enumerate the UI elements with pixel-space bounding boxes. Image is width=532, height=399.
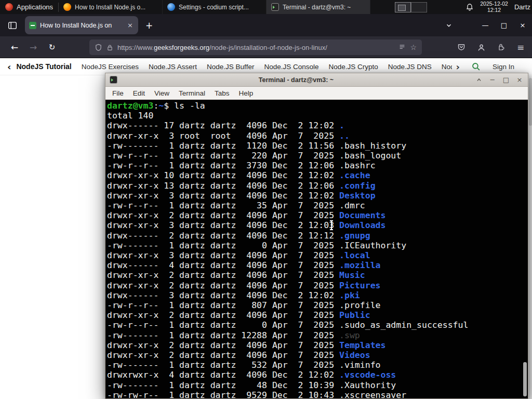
site-nav-item-nodejs-dns[interactable]: Node.JS DNS xyxy=(388,63,432,71)
terminal-icon xyxy=(110,76,117,84)
browser-nav-toolbar: ← → ↻ https://www.geeksforgeeks.org/node… xyxy=(0,36,532,58)
terminal-line: drwxr-xr-x 2 dartz dartz 4096 Apr 7 2025… xyxy=(107,281,528,290)
back-button[interactable]: ← xyxy=(6,39,23,56)
terminal-window-controls: − □ × xyxy=(475,76,524,84)
account-button[interactable] xyxy=(473,39,489,56)
applications-menu-icon xyxy=(5,3,13,11)
tab-title: How to Install Node.js on xyxy=(40,22,123,29)
terminal-line: drwxr-xr-x 13 dartz dartz 4096 Dec 2 12:… xyxy=(107,181,528,191)
taskbar-window-settings[interactable]: Settings - codium script... xyxy=(163,0,267,14)
forward-button[interactable]: → xyxy=(25,39,42,56)
nav-scroll-left-chevron[interactable]: ‹ xyxy=(7,61,11,72)
lock-icon[interactable] xyxy=(107,44,113,51)
site-nav-right: › Sign In xyxy=(456,61,525,72)
sign-in-button[interactable]: Sign In xyxy=(493,63,514,71)
page-scrollbar[interactable] xyxy=(529,76,532,399)
prompt-colon: : xyxy=(153,101,158,111)
site-nav-item-nodejs-assert[interactable]: Node.JS Assert xyxy=(149,63,197,71)
list-all-tabs-button[interactable] xyxy=(443,19,455,32)
reader-mode-icon[interactable] xyxy=(398,44,406,51)
minimize-button[interactable]: − xyxy=(488,76,497,84)
taskbar-window-label: Settings - codium script... xyxy=(179,4,249,11)
mouse-cursor xyxy=(331,221,332,229)
terminal-line: drwx------ 17 dartz dartz 4096 Dec 2 12:… xyxy=(107,121,528,130)
taskbar-window-firefox[interactable]: How to Install Node.js o... xyxy=(59,0,163,14)
menu-terminal[interactable]: Terminal xyxy=(174,89,210,97)
chevron-up-icon xyxy=(476,77,482,83)
account-icon xyxy=(477,43,486,52)
reload-button[interactable]: ↻ xyxy=(44,39,60,56)
terminal-line: drwxr-xr-x 10 dartz dartz 4096 Dec 2 12:… xyxy=(107,170,528,180)
terminal-line: -rw-r--r-- 1 dartz dartz 3730 Dec 2 12:0… xyxy=(107,161,528,170)
terminal-line: drwxr-xr-x 2 dartz dartz 4096 Apr 7 2025… xyxy=(107,270,528,280)
terminal-line: drwxr-xr-x 2 dartz dartz 4096 Apr 7 2025… xyxy=(107,350,528,360)
terminal-output-area[interactable]: dartz@vm3:~$ ls -la total 140 drwx------… xyxy=(105,100,528,398)
tracking-shield-icon[interactable] xyxy=(95,44,102,51)
workspace-1[interactable] xyxy=(395,2,411,12)
terminal-line: -rw-rw-r-- 1 dartz dartz 9529 Dec 2 10:4… xyxy=(107,390,528,398)
terminal-titlebar[interactable]: Terminal - dartz@vm3: ~ − □ × xyxy=(105,73,528,87)
firefox-view-button[interactable] xyxy=(5,18,20,33)
terminal-icon xyxy=(271,3,279,11)
minimize-button[interactable]: — xyxy=(476,21,495,29)
menu-file[interactable]: File xyxy=(108,89,128,97)
bell-icon xyxy=(466,3,474,11)
menu-button[interactable]: ≡ xyxy=(512,39,529,56)
url-prefix: https://www. xyxy=(117,44,154,51)
site-nav-item-truncated[interactable]: Node xyxy=(442,63,452,71)
terminal-line: drwxr-xr-x 2 dartz dartz 4096 Apr 7 2025… xyxy=(107,310,528,320)
terminal-scrollbar[interactable] xyxy=(522,100,527,398)
url-text: https://www.geeksforgeeks.org/node-js/in… xyxy=(117,44,394,51)
search-icon[interactable] xyxy=(471,62,481,72)
maximize-button[interactable]: □ xyxy=(495,21,513,29)
site-nav-item-nodejs-exercises[interactable]: NodeJS Exercises xyxy=(82,63,139,71)
firefox-icon xyxy=(63,3,71,11)
site-nav-item-nodejs-console[interactable]: Node.JS Console xyxy=(264,63,318,71)
pocket-button[interactable] xyxy=(453,39,470,56)
site-nav-item-nodejs-tutorial[interactable]: NodeJS Tutorial xyxy=(16,62,71,71)
notifications-button[interactable] xyxy=(466,3,474,11)
site-nav-item-nodejs-crypto[interactable]: Node.JS Crypto xyxy=(328,63,378,71)
menu-tabs[interactable]: Tabs xyxy=(210,89,234,97)
close-button[interactable]: × xyxy=(513,21,532,29)
terminal-scrollbar-thumb[interactable] xyxy=(523,362,527,396)
workspace-2[interactable] xyxy=(411,2,427,12)
taskbar-window-label: Terminal - dartz@vm3: ~ xyxy=(283,4,351,11)
menu-help[interactable]: Help xyxy=(234,89,258,97)
browser-tab[interactable]: How to Install Node.js on × xyxy=(25,16,138,34)
menu-edit[interactable]: Edit xyxy=(128,89,150,97)
clock-date: 2025-12-02 xyxy=(480,1,508,7)
nav-scroll-right-chevron[interactable]: › xyxy=(456,61,460,72)
panel-clock: 2025-12-02 12:12 xyxy=(480,1,508,13)
terminal-prompt-line: dartz@vm3:~$ ls -la xyxy=(107,101,528,111)
prompt-user-host: dartz@vm3 xyxy=(107,101,153,111)
applications-menu-button[interactable]: Applications xyxy=(0,0,58,14)
url-domain: geeksforgeeks.org xyxy=(154,44,209,51)
close-button[interactable]: × xyxy=(515,76,524,84)
terminal-line: -rw-r--r-- 1 dartz dartz 0 Apr 7 2025 .s… xyxy=(107,320,528,330)
new-tab-button[interactable]: + xyxy=(142,19,156,32)
menu-view[interactable]: View xyxy=(150,89,174,97)
tab-close-button[interactable]: × xyxy=(126,21,134,29)
terminal-line: drwxr-xr-x 3 root root 4096 Apr 7 2025 .… xyxy=(107,131,528,141)
terminal-line: drwxrwxr-x 4 dartz dartz 4096 Dec 2 12:0… xyxy=(107,370,528,380)
taskbar-window-terminal[interactable]: Terminal - dartz@vm3: ~ xyxy=(267,0,370,14)
pocket-icon xyxy=(457,43,466,51)
terminal-menubar: File Edit View Terminal Tabs Help xyxy=(105,87,528,100)
terminal-line: drwx------ 3 dartz dartz 4096 Dec 2 12:0… xyxy=(107,290,528,300)
prompt-cwd: ~ xyxy=(158,101,164,111)
maximize-button[interactable]: □ xyxy=(502,76,510,84)
toolbar-icons: ≡ xyxy=(453,39,529,56)
url-bar[interactable]: https://www.geeksforgeeks.org/node-js/in… xyxy=(89,39,422,55)
bookmark-star-icon[interactable]: ☆ xyxy=(410,43,417,51)
terminal-window: Terminal - dartz@vm3: ~ − □ × File Edit … xyxy=(105,73,528,399)
shade-button[interactable] xyxy=(475,76,483,84)
page-scrollbar-thumb[interactable] xyxy=(529,78,532,126)
prompt-dollar: $ xyxy=(164,101,174,111)
terminal-line: drwxr-xr-x 2 dartz dartz 4096 Apr 7 2025… xyxy=(107,340,528,350)
site-nav-item-nodejs-buffer[interactable]: Node.JS Buffer xyxy=(207,63,254,71)
terminal-line: drwxr-xr-x 3 dartz dartz 4096 Dec 2 12:0… xyxy=(107,191,528,201)
extensions-button[interactable] xyxy=(493,39,509,56)
terminal-line: -rw------- 1 dartz dartz 12288 Apr 7 202… xyxy=(107,330,528,340)
terminal-line: drwxr-xr-x 3 dartz dartz 4096 Apr 7 2025… xyxy=(107,250,528,260)
